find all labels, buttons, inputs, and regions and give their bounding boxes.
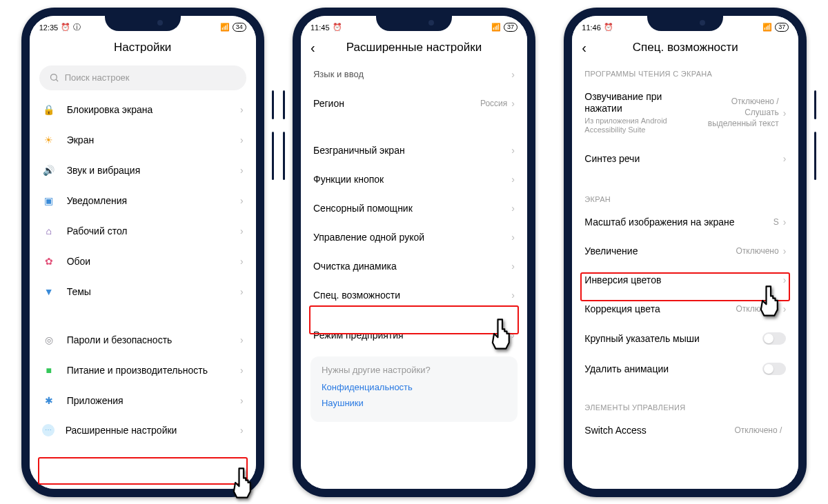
notch (376, 16, 452, 31)
info-icon: ⓘ (73, 22, 81, 32)
chevron-right-icon: › (240, 134, 244, 145)
row-apps[interactable]: ✱Приложения› (30, 385, 256, 416)
row-onehand[interactable]: Управление одной рукой› (301, 223, 527, 252)
cursor-pointer-icon (756, 283, 786, 319)
chevron-right-icon: › (240, 425, 244, 436)
chevron-right-icon: › (511, 232, 515, 243)
chevron-right-icon: › (511, 145, 515, 156)
row-select-to-speak[interactable]: Озвучивание при нажатииИз приложения And… (572, 82, 798, 145)
row-display[interactable]: ☀Экран› (30, 125, 256, 155)
sun-icon: ☀ (42, 133, 56, 147)
row-lock-screen[interactable]: 🔒Блокировка экрана› (30, 94, 256, 125)
chevron-right-icon: › (240, 104, 244, 115)
section-display: ЭКРАН (572, 185, 798, 208)
link-privacy[interactable]: Конфиденциальность (322, 382, 506, 392)
home-icon: ⌂ (42, 224, 56, 238)
page-header: Настройки (30, 35, 256, 60)
chevron-right-icon: › (240, 395, 244, 406)
row-tts[interactable]: Синтез речи› (572, 144, 798, 173)
notch (647, 16, 723, 31)
panel-question: Нужны другие настройки? (322, 365, 506, 375)
phone-settings-main: 12:35 ⏰ ⓘ 📶 34 Настройки Поиск настроек … (21, 8, 264, 497)
alarm-icon: ⏰ (604, 23, 613, 32)
link-headphones[interactable]: Наушники (322, 398, 506, 408)
chevron-right-icon: › (240, 165, 244, 176)
search-input[interactable]: Поиск настроек (39, 65, 246, 90)
row-sound[interactable]: 🔊Звук и вибрация› (30, 155, 256, 185)
row-display-size[interactable]: Масштаб изображения на экранеS› (572, 208, 798, 236)
other-settings-panel: Нужны другие настройки? Конфиденциальнос… (310, 356, 518, 422)
status-time: 11:45 (310, 23, 330, 32)
page-header: ‹ Расширенные настройки (301, 35, 527, 60)
notch (105, 16, 181, 31)
cursor-pointer-icon (487, 316, 518, 352)
notifications-icon: ▣ (42, 194, 56, 208)
row-wallpaper[interactable]: ✿Обои› (30, 246, 256, 276)
accessibility-list: ПРОГРАММЫ ЧТЕНИЯ С ЭКРАНА Озвучивание пр… (572, 60, 798, 489)
chevron-right-icon: › (783, 108, 787, 119)
row-quickball[interactable]: Сенсорный помощник› (301, 194, 527, 223)
back-button[interactable]: ‹ (310, 41, 315, 54)
chevron-right-icon: › (240, 195, 244, 206)
chevron-right-icon: › (240, 334, 244, 345)
toggle[interactable] (762, 363, 786, 375)
battery-indicator: 34 (233, 23, 246, 32)
row-battery[interactable]: ■Питание и производительность› (30, 355, 256, 385)
svg-point-0 (50, 74, 57, 81)
search-placeholder: Поиск настроек (65, 72, 130, 83)
section-controls: ЭЛЕМЕНТЫ УПРАВЛЕНИЯ (572, 394, 798, 416)
row-accessibility[interactable]: Спец. возможности› (301, 281, 527, 310)
chevron-right-icon: › (783, 245, 787, 256)
lock-icon: 🔒 (42, 103, 56, 117)
row-buttons[interactable]: Функции кнопок› (301, 165, 527, 194)
settings-list: 🔒Блокировка экрана› ☀Экран› 🔊Звук и вибр… (30, 94, 256, 489)
row-notifications[interactable]: ▣Уведомления› (30, 185, 256, 216)
row-remove-animations[interactable]: Удалить анимации (572, 354, 798, 384)
alarm-icon: ⏰ (61, 23, 70, 32)
cursor-pointer-icon (228, 465, 259, 501)
page-title: Расширенные настройки (346, 41, 482, 54)
chevron-right-icon: › (511, 69, 515, 80)
chevron-right-icon: › (240, 256, 244, 267)
signal-icon: 📶 (220, 23, 230, 32)
row-magnification[interactable]: УвеличениеОтключено› (572, 236, 798, 265)
wallpaper-icon: ✿ (42, 254, 56, 268)
advanced-list: Язык и ввод› РегионРоссия› Безграничный … (301, 60, 527, 489)
chevron-right-icon: › (783, 216, 787, 228)
toggle[interactable] (762, 332, 786, 345)
alarm-icon: ⏰ (333, 23, 342, 32)
signal-icon: 📶 (762, 23, 772, 32)
row-switch-access[interactable]: Switch AccessОтключено / (572, 416, 798, 445)
battery-indicator: 37 (504, 23, 518, 32)
fingerprint-icon: ◎ (42, 333, 56, 347)
page-title: Спец. возможности (633, 41, 738, 54)
row-speaker-clean[interactable]: Очистка динамика› (301, 252, 527, 281)
row-advanced-settings[interactable]: ⋯Расширенные настройки› (30, 416, 256, 445)
chevron-right-icon: › (511, 98, 515, 109)
row-themes[interactable]: ▼Темы› (30, 276, 256, 307)
page-title: Настройки (114, 41, 171, 54)
row-region[interactable]: РегионРоссия› (301, 89, 527, 118)
page-header: ‹ Спец. возможности (572, 35, 798, 60)
row-home[interactable]: ⌂Рабочий стол› (30, 216, 256, 246)
status-time: 11:46 (582, 23, 601, 32)
chevron-right-icon: › (511, 261, 515, 272)
back-button[interactable]: ‹ (582, 41, 586, 54)
themes-icon: ▼ (42, 285, 56, 299)
search-icon (49, 72, 59, 83)
row-fullscreen[interactable]: Безграничный экран› (301, 136, 527, 165)
battery-indicator: 37 (775, 23, 789, 32)
phone-advanced-settings: 11:45 ⏰ 📶 37 ‹ Расширенные настройки Язы… (293, 8, 535, 497)
battery-icon: ■ (42, 363, 56, 377)
row-security[interactable]: ◎Пароли и безопасность› (30, 325, 256, 355)
row-language-input[interactable]: Язык и ввод› (301, 60, 527, 89)
apps-icon: ✱ (42, 394, 56, 407)
chevron-right-icon: › (511, 203, 515, 214)
chevron-right-icon: › (240, 225, 244, 236)
row-large-pointer[interactable]: Крупный указатель мыши (572, 323, 798, 354)
chevron-right-icon: › (783, 153, 787, 164)
chevron-right-icon: › (240, 286, 244, 297)
svg-line-1 (56, 79, 58, 81)
chevron-right-icon: › (511, 290, 515, 301)
chevron-right-icon: › (240, 365, 244, 376)
